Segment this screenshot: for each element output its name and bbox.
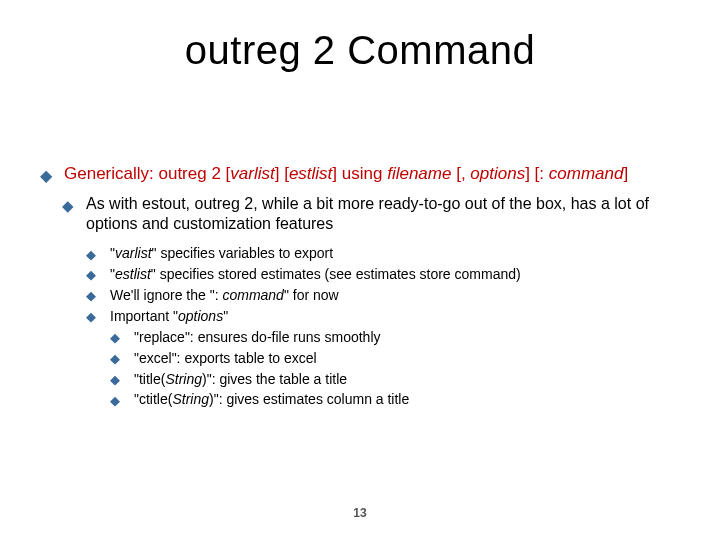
text: "ctitle(String)": gives estimates column… — [134, 391, 409, 407]
t: " — [223, 308, 228, 324]
t: Important " — [110, 308, 178, 324]
bullet-icon: ◆ — [110, 371, 120, 389]
t: [, — [451, 164, 470, 183]
t: ] — [623, 164, 628, 183]
bullet-icon: ◆ — [110, 329, 120, 347]
slide: outreg 2 Command ◆ Generically: outreg 2… — [0, 0, 720, 540]
t: ] [ — [275, 164, 289, 183]
bullet-icon: ◆ — [86, 246, 96, 264]
text: "varlist" specifies variables to export — [110, 245, 333, 261]
varlist-desc: ◆ "varlist" specifies variables to expor… — [86, 244, 680, 263]
varlist: varlist — [230, 164, 274, 183]
bullet-icon: ◆ — [40, 165, 52, 185]
text: Important "options" — [110, 308, 228, 324]
string: String — [165, 371, 202, 387]
bullet-icon: ◆ — [110, 392, 120, 410]
option-replace: ◆ "replace": ensures do-file runs smooth… — [110, 328, 680, 347]
option-ctitle: ◆ "ctitle(String)": gives estimates colu… — [110, 390, 680, 409]
description-line: ◆ As with estout, outreg 2, while a bit … — [62, 194, 680, 234]
varlist: varlist — [115, 245, 152, 261]
command: command — [549, 164, 624, 183]
t: " for now — [284, 287, 339, 303]
text: "replace": ensures do-file runs smoothly — [134, 329, 381, 345]
text: "estlist" specifies stored estimates (se… — [110, 266, 521, 282]
options: options — [178, 308, 223, 324]
options: options — [470, 164, 525, 183]
t: We'll ignore the ": — [110, 287, 222, 303]
filename: filename — [387, 164, 451, 183]
estlist: estlist — [289, 164, 332, 183]
t: " specifies stored estimates (see estima… — [151, 266, 521, 282]
t: )": gives the table a title — [202, 371, 347, 387]
t: )": gives estimates column a title — [209, 391, 409, 407]
bullet-icon: ◆ — [86, 308, 96, 326]
text: "title(String)": gives the table a title — [134, 371, 347, 387]
options-heading: ◆ Important "options" — [86, 307, 680, 326]
page-number: 13 — [0, 506, 720, 520]
string: String — [172, 391, 209, 407]
t: "ctitle( — [134, 391, 172, 407]
bullet-icon: ◆ — [110, 350, 120, 368]
option-title: ◆ "title(String)": gives the table a tit… — [110, 370, 680, 389]
option-excel: ◆ "excel": exports table to excel — [110, 349, 680, 368]
t: "title( — [134, 371, 165, 387]
generic-syntax-line: ◆ Generically: outreg 2 [varlist] [estli… — [40, 163, 680, 184]
t: ] [: — [525, 164, 549, 183]
text: As with estout, outreg 2, while a bit mo… — [86, 195, 649, 232]
bullet-icon: ◆ — [86, 266, 96, 284]
command: command — [222, 287, 283, 303]
slide-title: outreg 2 Command — [40, 28, 680, 73]
text: We'll ignore the ": command" for now — [110, 287, 339, 303]
command-desc: ◆ We'll ignore the ": command" for now — [86, 286, 680, 305]
estlist-desc: ◆ "estlist" specifies stored estimates (… — [86, 265, 680, 284]
estlist: estlist — [115, 266, 151, 282]
bullet-icon: ◆ — [62, 196, 74, 215]
bullet-icon: ◆ — [86, 287, 96, 305]
t: " specifies variables to export — [152, 245, 334, 261]
text: Generically: outreg 2 [varlist] [estlist… — [64, 164, 628, 183]
text: "excel": exports table to excel — [134, 350, 317, 366]
t: Generically: outreg 2 [ — [64, 164, 230, 183]
content-list: ◆ Generically: outreg 2 [varlist] [estli… — [40, 163, 680, 409]
t: ] using — [332, 164, 387, 183]
